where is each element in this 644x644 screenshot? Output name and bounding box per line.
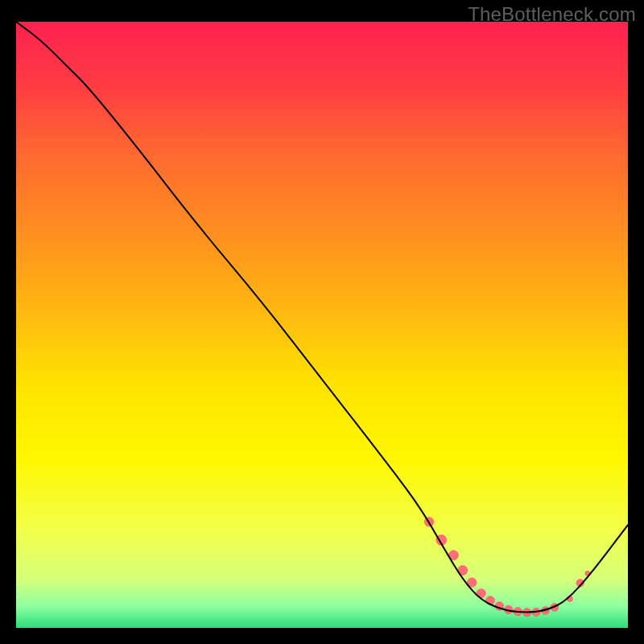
plot-area [16, 22, 628, 628]
gradient-background [16, 22, 628, 628]
watermark-label: TheBottleneck.com [468, 3, 636, 26]
plot-svg [16, 22, 628, 628]
chart-frame: TheBottleneck.com [0, 0, 644, 644]
